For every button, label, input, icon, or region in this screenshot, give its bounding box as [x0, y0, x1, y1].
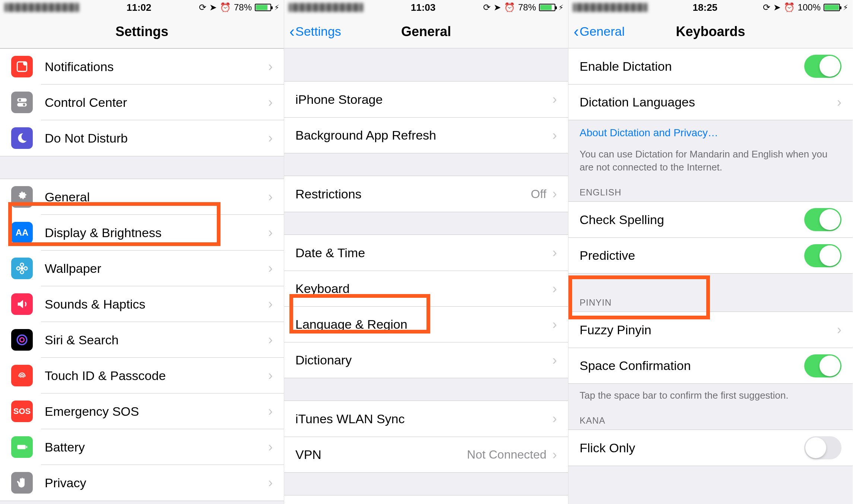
sos-icon: SOS: [11, 401, 33, 422]
general-group-e: Regulatory: [284, 495, 568, 504]
row-restrictions[interactable]: Restrictions Off ›: [284, 176, 568, 212]
row-label: Predictive: [580, 248, 804, 263]
status-time: 11:02: [127, 2, 152, 13]
row-dictation-languages[interactable]: Dictation Languages ›: [568, 84, 853, 120]
chevron-right-icon: ›: [552, 186, 557, 202]
row-siri-search[interactable]: Siri & Search ›: [0, 322, 284, 358]
section-gap: [284, 378, 568, 401]
row-keyboard[interactable]: Keyboard ›: [284, 271, 568, 306]
row-flick-only: Flick Only: [568, 430, 853, 466]
alarm-icon: ⏰: [220, 2, 231, 13]
row-label: Battery: [45, 440, 268, 454]
row-enable-dictation: Enable Dictation: [568, 48, 853, 84]
chevron-right-icon: ›: [268, 189, 273, 205]
svg-rect-2: [17, 98, 27, 102]
row-display-brightness[interactable]: AA Display & Brightness ›: [0, 215, 284, 251]
location-icon: ➤: [773, 2, 781, 13]
kana-block: Flick Only: [568, 430, 853, 466]
row-sounds-haptics[interactable]: Sounds & Haptics ›: [0, 286, 284, 322]
row-date-time[interactable]: Date & Time ›: [284, 235, 568, 271]
row-privacy[interactable]: Privacy ›: [0, 465, 284, 501]
row-label: Dictation Languages: [580, 95, 837, 109]
chevron-right-icon: ›: [552, 245, 557, 261]
row-label: Dictionary: [295, 353, 552, 367]
status-right: ⟳ ➤ ⏰ 100% ⚡︎: [763, 2, 848, 13]
row-detail: Off: [531, 187, 546, 201]
about-dictation-link[interactable]: About Dictation and Privacy…: [568, 120, 853, 143]
toggle-space-confirmation[interactable]: [804, 354, 841, 377]
row-space-confirmation: Space Confirmation: [568, 348, 853, 383]
notifications-icon: [11, 56, 33, 77]
status-time: 18:25: [693, 2, 718, 13]
row-general[interactable]: General ›: [0, 179, 284, 215]
row-control-center[interactable]: Control Center ›: [0, 84, 284, 120]
section-gap: [284, 212, 568, 235]
chevron-right-icon: ›: [837, 322, 841, 338]
chevron-right-icon: ›: [552, 281, 557, 297]
row-notifications[interactable]: Notifications ›: [0, 49, 284, 84]
screen-general: 11:03 ⟳ ➤ ⏰ 78% ⚡︎ ‹ Settings General iP…: [284, 0, 568, 504]
row-label: Emergency SOS: [45, 404, 268, 419]
general-group-b: Restrictions Off ›: [284, 176, 568, 212]
rotation-lock-icon: ⟳: [483, 2, 491, 13]
chevron-right-icon: ›: [552, 411, 557, 427]
flower-icon: [11, 258, 33, 279]
back-button[interactable]: ‹ General: [574, 24, 625, 39]
status-bar: 18:25 ⟳ ➤ ⏰ 100% ⚡︎: [568, 0, 853, 15]
row-label: Restrictions: [295, 187, 531, 201]
row-label: Fuzzy Pinyin: [580, 323, 837, 337]
row-label: iTunes WLAN Sync: [295, 412, 552, 426]
row-wallpaper[interactable]: Wallpaper ›: [0, 251, 284, 286]
toggle-check-spelling[interactable]: [804, 208, 841, 231]
row-label: Siri & Search: [45, 333, 268, 347]
row-predictive: Predictive: [568, 237, 853, 273]
row-vpn[interactable]: VPN Not Connected ›: [284, 437, 568, 472]
toggle-enable-dictation[interactable]: [804, 55, 841, 78]
row-fuzzy-pinyin[interactable]: Fuzzy Pinyin ›: [568, 312, 853, 348]
charging-icon: ⚡︎: [558, 4, 564, 11]
row-label: Keyboard: [295, 281, 552, 296]
svg-point-13: [20, 338, 24, 342]
english-block: Check Spelling Predictive: [568, 201, 853, 274]
row-dictionary[interactable]: Dictionary ›: [284, 342, 568, 378]
row-background-refresh[interactable]: Background App Refresh ›: [284, 117, 568, 153]
pinyin-footer: Tap the space bar to confirm the first s…: [568, 384, 853, 406]
chevron-right-icon: ›: [552, 92, 557, 107]
battery-pct: 100%: [798, 2, 821, 13]
toggle-predictive[interactable]: [804, 244, 841, 267]
row-iphone-storage[interactable]: iPhone Storage ›: [284, 82, 568, 117]
alarm-icon: ⏰: [504, 2, 515, 13]
battery-icon: [539, 4, 555, 11]
sound-icon: [11, 293, 33, 315]
row-emergency-sos[interactable]: SOS Emergency SOS ›: [0, 393, 284, 429]
chevron-right-icon: ›: [268, 130, 273, 146]
screen-settings: 11:02 ⟳ ➤ ⏰ 78% ⚡︎ Settings Notification…: [0, 0, 284, 504]
section-header-kana: KANA: [568, 406, 853, 430]
fingerprint-icon: [11, 365, 33, 386]
svg-rect-14: [17, 445, 26, 449]
back-label: General: [580, 24, 625, 39]
charging-icon: ⚡︎: [274, 4, 279, 11]
svg-rect-3: [17, 103, 27, 106]
battery-pct: 78%: [518, 2, 536, 13]
nav-title: General: [401, 24, 451, 39]
hand-icon: [11, 472, 33, 494]
moon-icon: [11, 127, 33, 149]
status-bar: 11:02 ⟳ ➤ ⏰ 78% ⚡︎: [0, 0, 284, 15]
row-battery[interactable]: Battery ›: [0, 429, 284, 465]
section-gap: [0, 156, 284, 179]
row-do-not-disturb[interactable]: Do Not Disturb ›: [0, 120, 284, 156]
chevron-right-icon: ›: [268, 475, 273, 491]
row-language-region[interactable]: Language & Region ›: [284, 306, 568, 342]
rotation-lock-icon: ⟳: [199, 2, 206, 13]
row-touch-id[interactable]: Touch ID & Passcode ›: [0, 358, 284, 393]
row-regulatory[interactable]: Regulatory: [284, 495, 568, 504]
row-itunes-sync[interactable]: iTunes WLAN Sync ›: [284, 401, 568, 437]
back-button[interactable]: ‹ Settings: [289, 24, 341, 39]
general-group-c: Date & Time › Keyboard › Language & Regi…: [284, 235, 568, 378]
toggle-flick-only[interactable]: [804, 436, 841, 459]
section-header-pinyin: PINYIN: [568, 274, 853, 312]
siri-icon: [11, 329, 33, 351]
dictation-footer: You can use Dictation for Mandarin and E…: [568, 143, 853, 178]
section-gap: [284, 48, 568, 81]
